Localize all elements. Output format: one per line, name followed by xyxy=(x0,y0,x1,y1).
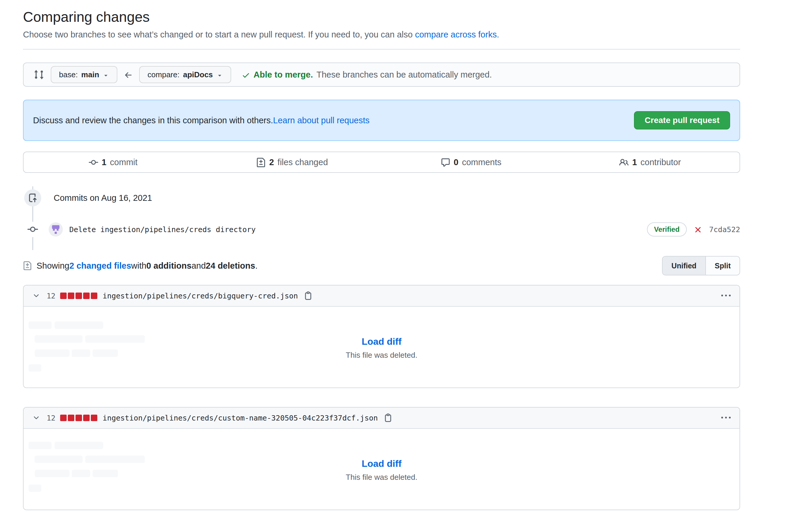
skeleton-bar xyxy=(55,442,103,449)
diffstat-count: 12 xyxy=(46,414,55,422)
file-diff-placeholder: Load diff This file was deleted. xyxy=(24,307,740,387)
contributors-label: contributor xyxy=(640,157,681,167)
branch-range-bar: base: main compare: apiDocs Able to merg… xyxy=(23,62,740,87)
base-branch-selector[interactable]: base: main xyxy=(51,66,117,83)
skeleton-bar xyxy=(28,484,41,492)
git-compare-icon xyxy=(34,69,44,80)
caret-down-icon xyxy=(216,70,223,79)
subtitle-text: Choose two branches to see what’s change… xyxy=(23,30,415,39)
compare-branch-selector[interactable]: compare: apiDocs xyxy=(139,66,231,83)
banner-text: Discuss and review the changes in this c… xyxy=(33,116,273,125)
diff-view-toggle: Unified Split xyxy=(662,256,740,276)
chevron-down-icon[interactable] xyxy=(33,414,40,422)
learn-about-pull-requests-link[interactable]: Learn about pull requests xyxy=(273,116,369,125)
deletions-count: 24 deletions xyxy=(206,261,255,271)
commit-message[interactable]: Delete ingestion/pipelines/creds directo… xyxy=(69,225,256,234)
file-deleted-note: This file was deleted. xyxy=(24,473,740,482)
commit-label: commit xyxy=(110,157,137,167)
commits-section: Commits on Aug 16, 2021 Delete ingestion… xyxy=(23,189,740,250)
skeleton-bar xyxy=(28,321,52,329)
commits-header: Commits on Aug 16, 2021 xyxy=(23,189,740,206)
file-path[interactable]: ingestion/pipelines/creds/custom-name-32… xyxy=(102,414,378,422)
commit-sha[interactable]: 7cda522 xyxy=(709,225,740,234)
file-card: 12 ingestion/pipelines/creds/bigquery-cr… xyxy=(23,285,740,388)
skeleton-bar xyxy=(28,442,52,449)
compare-branch-label: compare: xyxy=(148,70,179,79)
check-icon xyxy=(242,70,250,80)
file-diff-icon xyxy=(23,261,32,270)
pull-request-banner: Discuss and review the changes in this c… xyxy=(23,100,740,141)
diffstat-count: 12 xyxy=(46,292,55,300)
load-diff-link[interactable]: Load diff xyxy=(362,458,401,469)
compare-across-forks-link[interactable]: compare across forks xyxy=(415,30,497,39)
load-diff-block: Load diff This file was deleted. xyxy=(24,336,740,360)
files-changed-stat[interactable]: 2 files changed xyxy=(203,152,382,172)
compare-branch-value: apiDocs xyxy=(183,70,213,79)
git-commit-icon xyxy=(89,157,98,167)
showing-prefix: Showing xyxy=(37,261,69,271)
period: . xyxy=(255,261,257,271)
changed-files-link[interactable]: 2 changed files xyxy=(69,261,131,271)
kebab-menu-icon[interactable] xyxy=(721,413,731,423)
people-icon xyxy=(619,157,629,167)
skeleton-bar xyxy=(28,364,41,372)
file-diff-placeholder: Load diff This file was deleted. xyxy=(24,429,740,510)
copy-icon[interactable] xyxy=(304,291,312,300)
commit-meta: Verified 7cda522 xyxy=(647,222,740,236)
page-title: Comparing changes xyxy=(23,9,740,25)
with-text: with xyxy=(131,261,147,271)
base-branch-value: main xyxy=(81,70,99,79)
file-path[interactable]: ingestion/pipelines/creds/bigquery-cred.… xyxy=(102,292,298,300)
git-commit-node-icon xyxy=(27,222,38,237)
merge-status-text: Able to merge. xyxy=(254,70,313,80)
diffbar: Showing 2 changed files with 0 additions… xyxy=(23,256,740,276)
chevron-down-icon[interactable] xyxy=(33,292,40,300)
base-branch-label: base: xyxy=(59,70,78,79)
diffstat-blocks xyxy=(60,292,97,299)
x-icon xyxy=(693,224,703,234)
contributors-count: 1 xyxy=(632,157,637,167)
page-subtitle: Choose two branches to see what’s change… xyxy=(23,30,740,39)
comment-icon xyxy=(441,157,450,167)
and-text: and xyxy=(191,261,206,271)
commits-date-heading: Commits on Aug 16, 2021 xyxy=(54,193,152,203)
file-header: 12 ingestion/pipelines/creds/custom-name… xyxy=(24,407,740,429)
file-diff-icon xyxy=(256,157,266,167)
comments-label: comments xyxy=(462,157,502,167)
diffstat-blocks xyxy=(60,415,97,421)
commit-row: Delete ingestion/pipelines/creds directo… xyxy=(23,222,740,237)
contributors-stat[interactable]: 1 contributor xyxy=(560,152,740,172)
file-card: 12 ingestion/pipelines/creds/custom-name… xyxy=(23,407,740,510)
load-diff-link[interactable]: Load diff xyxy=(362,336,401,347)
create-pull-request-button[interactable]: Create pull request xyxy=(634,111,730,130)
file-header: 12 ingestion/pipelines/creds/bigquery-cr… xyxy=(24,285,740,307)
toggle-split[interactable]: Split xyxy=(706,256,740,275)
caret-down-icon xyxy=(102,70,109,79)
kebab-menu-icon[interactable] xyxy=(721,291,731,301)
comments-count: 0 xyxy=(454,157,459,167)
avatar[interactable] xyxy=(49,222,63,236)
subtitle-period: . xyxy=(497,30,499,39)
commit-count: 1 xyxy=(102,157,107,167)
merge-status: Able to merge. These branches can be aut… xyxy=(242,70,492,80)
files-changed-count: 2 xyxy=(269,157,274,167)
arrow-left-icon xyxy=(124,70,133,79)
repo-push-icon xyxy=(24,189,41,206)
toggle-unified[interactable]: Unified xyxy=(663,256,706,275)
comments-stat[interactable]: 0 comments xyxy=(382,152,560,172)
skeleton-bar xyxy=(55,321,103,329)
additions-count: 0 additions xyxy=(146,261,191,271)
merge-status-description: These branches can be automatically merg… xyxy=(317,70,492,80)
commits-stat[interactable]: 1 commit xyxy=(24,152,203,172)
load-diff-block: Load diff This file was deleted. xyxy=(24,458,740,482)
file-deleted-note: This file was deleted. xyxy=(24,350,740,360)
compare-page: Comparing changes Choose two branches to… xyxy=(23,0,740,510)
comparison-stats-bar: 1 commit 2 files changed 0 comments 1 co… xyxy=(23,152,740,173)
verified-badge[interactable]: Verified xyxy=(647,222,687,236)
files-changed-label: files changed xyxy=(277,157,328,167)
subhead-divider xyxy=(23,49,740,50)
copy-icon[interactable] xyxy=(384,414,392,422)
